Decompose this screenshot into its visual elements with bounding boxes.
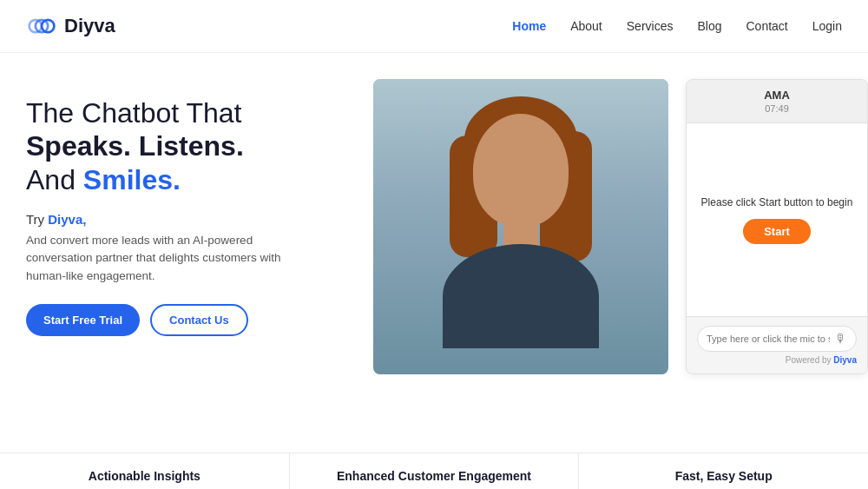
headline-line2: Speaks. Listens. [26,130,244,162]
hero-left: The Chatbot That Speaks. Listens. And Sm… [26,79,356,336]
hero-person-image [373,79,668,374]
start-free-trial-button[interactable]: Start Free Trial [26,304,140,336]
feature-card-setup: Fast, Easy Setup No technical expertise … [579,453,868,489]
feature-card-insights: Actionable Insights Stay ahead of the co… [0,453,290,489]
headline-line1: The Chatbot That [26,97,241,129]
chatbot-header: AMA 07:49 [687,80,867,123]
nav-links: Home About Services Blog Contact Login [512,18,842,34]
hero-section: The Chatbot That Speaks. Listens. And Sm… [0,53,868,453]
nav-item-blog[interactable]: Blog [697,18,721,34]
chatbot-start-message: Please click Start button to begin [701,196,853,208]
nav-item-about[interactable]: About [570,18,602,34]
powered-by-brand: Diyva [833,355,857,365]
nav-item-services[interactable]: Services [627,18,674,34]
features-section: Actionable Insights Stay ahead of the co… [0,453,868,489]
chatbot-body: Please click Start button to begin Start [687,123,867,316]
person-head [473,114,569,227]
powered-by-text: Powered by [786,355,834,365]
nav-link-login[interactable]: Login [812,19,842,33]
headline-line3-part1: And [26,164,83,195]
hero-headline: The Chatbot That Speaks. Listens. And Sm… [26,96,356,196]
contact-us-button[interactable]: Contact Us [150,304,248,336]
nav-link-about[interactable]: About [570,19,602,33]
feature-title-engagement: Enhanced Customer Engagement [309,469,560,483]
chatbot-start-button[interactable]: Start [743,219,811,244]
nav-link-blog[interactable]: Blog [697,19,721,33]
feature-title-insights: Actionable Insights [19,469,270,483]
nav-item-home[interactable]: Home [512,18,546,34]
logo-text: Diyva [64,15,115,37]
person-illustration [373,79,668,374]
chatbot-footer: 🎙 Powered by Diyva [687,316,867,373]
logo-icon [26,10,57,42]
powered-by: Powered by Diyva [697,355,857,365]
nav-item-login[interactable]: Login [812,18,842,34]
nav-item-contact[interactable]: Contact [746,18,787,34]
chatbot-widget: AMA 07:49 Please click Start button to b… [686,79,868,374]
person-body [443,244,599,348]
chatbot-input[interactable] [707,334,830,344]
logo[interactable]: Diyva [26,10,115,42]
tagline: And convert more leads with an AI-powere… [26,232,321,285]
chatbot-time: 07:49 [699,103,855,114]
person-neck [503,214,538,248]
nav-link-services[interactable]: Services [627,19,674,33]
cta-buttons: Start Free Trial Contact Us [26,304,356,336]
nav-link-home[interactable]: Home [512,19,546,33]
feature-card-engagement: Enhanced Customer Engagement Make happie… [290,453,580,489]
try-text: Try Diyva, [26,212,356,227]
try-brand: Diyva, [48,212,86,227]
mic-icon[interactable]: 🎙 [835,332,847,346]
chatbot-input-area[interactable]: 🎙 [697,326,857,352]
navbar: Diyva Home About Services Blog Contact L… [0,0,868,53]
headline-smiles: Smiles. [83,164,181,195]
feature-title-setup: Fast, Easy Setup [598,469,849,483]
try-label: Try [26,212,48,227]
chatbot-title: AMA [699,89,855,102]
nav-link-contact[interactable]: Contact [746,19,787,33]
